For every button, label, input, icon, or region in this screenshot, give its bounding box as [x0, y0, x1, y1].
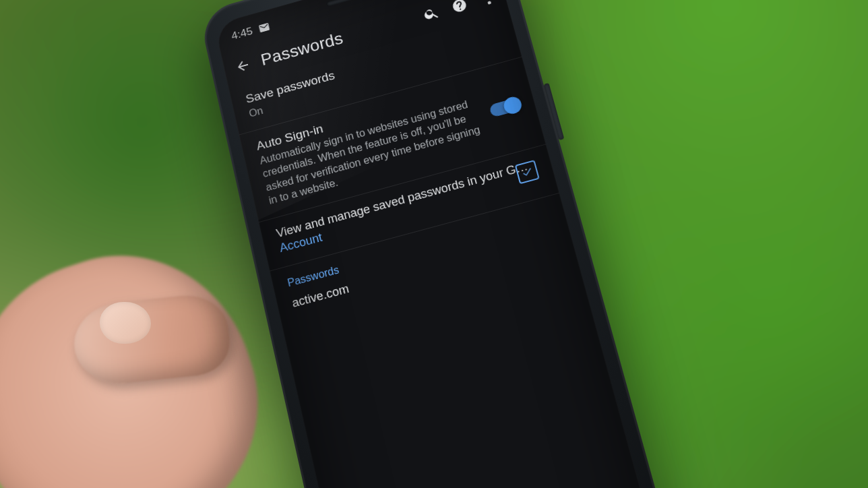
back-button[interactable]: [231, 54, 254, 77]
auto-sign-in-toggle[interactable]: [489, 97, 521, 117]
status-time: 4:45: [230, 25, 254, 42]
thumbnail: [100, 302, 151, 344]
overflow-menu-icon[interactable]: [478, 0, 497, 7]
help-icon[interactable]: [450, 0, 468, 15]
search-icon[interactable]: [422, 4, 441, 23]
mail-icon: [257, 21, 271, 35]
